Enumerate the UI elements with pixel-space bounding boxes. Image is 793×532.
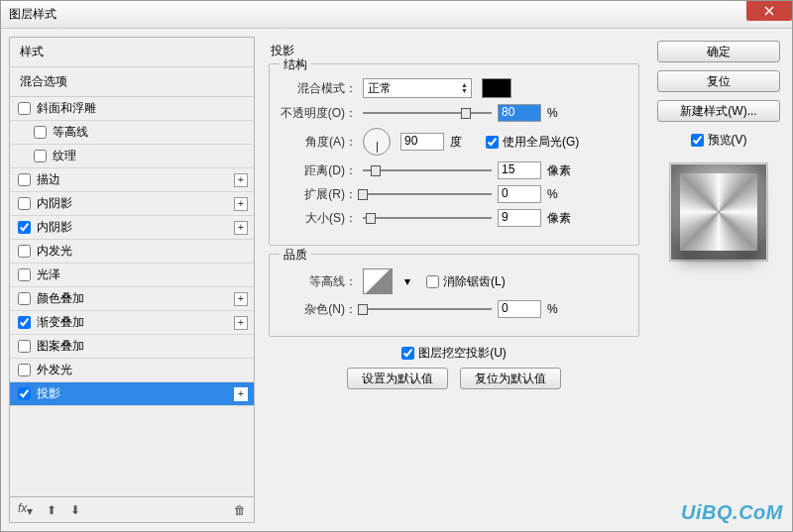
style-item-label: 描边 [37, 171, 60, 188]
ok-button[interactable]: 确定 [657, 41, 780, 62]
style-item-label: 投影 [37, 385, 60, 402]
angle-dial[interactable] [363, 128, 391, 156]
blend-options-header[interactable]: 混合选项 [10, 67, 254, 97]
contour-dropdown-icon[interactable]: ▾ [404, 274, 410, 288]
angle-input[interactable]: 90 [400, 133, 444, 151]
add-effect-icon[interactable]: + [234, 221, 248, 235]
structure-legend: 结构 [280, 56, 311, 73]
window-title: 图层样式 [9, 6, 57, 23]
style-item-checkbox[interactable] [18, 268, 31, 281]
preview-thumbnail [669, 162, 768, 262]
style-item-2[interactable]: 纹理 [10, 145, 254, 168]
quality-group: 品质 等高线： ▾ 消除锯齿(L) 杂色(N)： 0 % [269, 254, 639, 337]
noise-input[interactable]: 0 [498, 300, 541, 318]
trash-icon[interactable]: 🗑 [234, 503, 246, 517]
styles-header[interactable]: 样式 [10, 38, 254, 67]
styles-footer: fx▾ ⬆ ⬇ 🗑 [10, 496, 254, 522]
styles-panel: 样式 混合选项 斜面和浮雕等高线纹理描边+内阴影+内阴影+内发光光泽颜色叠加+渐… [9, 37, 255, 523]
spread-slider[interactable] [363, 191, 492, 197]
style-item-checkbox[interactable] [18, 173, 31, 186]
select-arrows-icon: ▲▼ [461, 82, 468, 94]
style-item-11[interactable]: 外发光 [10, 359, 254, 382]
style-item-7[interactable]: 光泽 [10, 264, 254, 287]
fx-icon[interactable]: fx▾ [18, 501, 33, 518]
reset-default-button[interactable]: 复位为默认值 [460, 368, 561, 389]
style-item-1[interactable]: 等高线 [10, 121, 254, 145]
distance-input[interactable]: 15 [498, 161, 541, 179]
style-item-checkbox[interactable] [18, 197, 31, 210]
style-item-label: 光泽 [37, 266, 60, 283]
move-up-icon[interactable]: ⬆ [47, 503, 57, 517]
distance-unit: 像素 [547, 162, 577, 179]
add-effect-icon[interactable]: + [234, 197, 248, 211]
preview-checkbox[interactable]: 预览(V) [657, 132, 780, 149]
style-item-checkbox[interactable] [34, 126, 47, 139]
distance-slider[interactable] [363, 167, 492, 173]
add-effect-icon[interactable]: + [234, 173, 248, 187]
close-icon [764, 6, 774, 16]
style-item-label: 内阴影 [37, 219, 72, 236]
style-item-5[interactable]: 内阴影+ [10, 216, 254, 240]
noise-unit: % [547, 302, 577, 316]
contour-picker[interactable] [363, 268, 393, 294]
style-item-label: 斜面和浮雕 [37, 100, 96, 117]
style-item-checkbox[interactable] [18, 340, 31, 353]
size-input[interactable]: 9 [498, 209, 541, 227]
cancel-button[interactable]: 复位 [657, 70, 780, 92]
style-item-10[interactable]: 图案叠加 [10, 335, 254, 359]
antialias-checkbox[interactable]: 消除锯齿(L) [426, 273, 506, 290]
style-item-label: 内发光 [37, 243, 72, 260]
global-light-checkbox[interactable]: 使用全局光(G) [486, 134, 579, 151]
quality-legend: 品质 [280, 247, 311, 264]
style-item-0[interactable]: 斜面和浮雕 [10, 97, 254, 121]
noise-slider[interactable] [363, 306, 492, 312]
style-item-checkbox[interactable] [18, 292, 31, 305]
spread-input[interactable]: 0 [498, 185, 541, 203]
blend-mode-label: 混合模式： [280, 80, 357, 97]
opacity-slider[interactable] [363, 110, 492, 116]
style-item-checkbox[interactable] [18, 221, 31, 234]
style-item-4[interactable]: 内阴影+ [10, 192, 254, 216]
style-item-8[interactable]: 颜色叠加+ [10, 287, 254, 311]
shadow-color-swatch[interactable] [482, 78, 511, 98]
opacity-unit: % [547, 106, 577, 120]
style-item-checkbox[interactable] [18, 245, 31, 258]
angle-unit: 度 [450, 134, 480, 151]
size-label: 大小(S)： [280, 210, 357, 227]
style-item-9[interactable]: 渐变叠加+ [10, 311, 254, 335]
action-panel: 确定 复位 新建样式(W)... 预览(V) [653, 37, 784, 523]
close-button[interactable] [746, 1, 792, 21]
settings-panel: 投影 结构 混合模式： 正常 ▲▼ 不透明度(O)： 80 % 角度(A)： [255, 37, 653, 523]
style-item-6[interactable]: 内发光 [10, 240, 254, 264]
style-item-label: 渐变叠加 [37, 314, 84, 331]
opacity-input[interactable]: 80 [498, 104, 541, 122]
style-item-3[interactable]: 描边+ [10, 168, 254, 192]
move-down-icon[interactable]: ⬇ [70, 503, 80, 517]
style-item-label: 等高线 [53, 124, 88, 141]
new-style-button[interactable]: 新建样式(W)... [657, 100, 780, 122]
blend-mode-select[interactable]: 正常 ▲▼ [363, 78, 472, 98]
effect-title: 投影 [271, 43, 639, 59]
style-item-checkbox[interactable] [34, 150, 47, 162]
contour-label: 等高线： [280, 273, 357, 290]
style-item-label: 颜色叠加 [37, 290, 84, 307]
spread-unit: % [547, 187, 577, 201]
add-effect-icon[interactable]: + [234, 316, 248, 330]
style-item-checkbox[interactable] [18, 102, 31, 115]
add-effect-icon[interactable]: + [234, 292, 248, 306]
noise-label: 杂色(N)： [280, 301, 357, 318]
titlebar: 图层样式 [1, 1, 792, 29]
make-default-button[interactable]: 设置为默认值 [347, 368, 448, 389]
size-slider[interactable] [363, 215, 492, 221]
style-item-12[interactable]: 投影+ [10, 382, 254, 406]
structure-group: 结构 混合模式： 正常 ▲▼ 不透明度(O)： 80 % 角度(A)： 90 度 [269, 63, 639, 246]
knockout-checkbox[interactable]: 图层挖空投影(U) [401, 345, 507, 362]
style-item-checkbox[interactable] [18, 364, 31, 376]
angle-label: 角度(A)： [280, 134, 357, 151]
style-item-checkbox[interactable] [18, 387, 31, 400]
size-unit: 像素 [547, 210, 577, 227]
add-effect-icon[interactable]: + [234, 387, 248, 401]
style-item-label: 内阴影 [37, 195, 72, 212]
style-item-label: 图案叠加 [37, 338, 84, 355]
style-item-checkbox[interactable] [18, 316, 31, 329]
